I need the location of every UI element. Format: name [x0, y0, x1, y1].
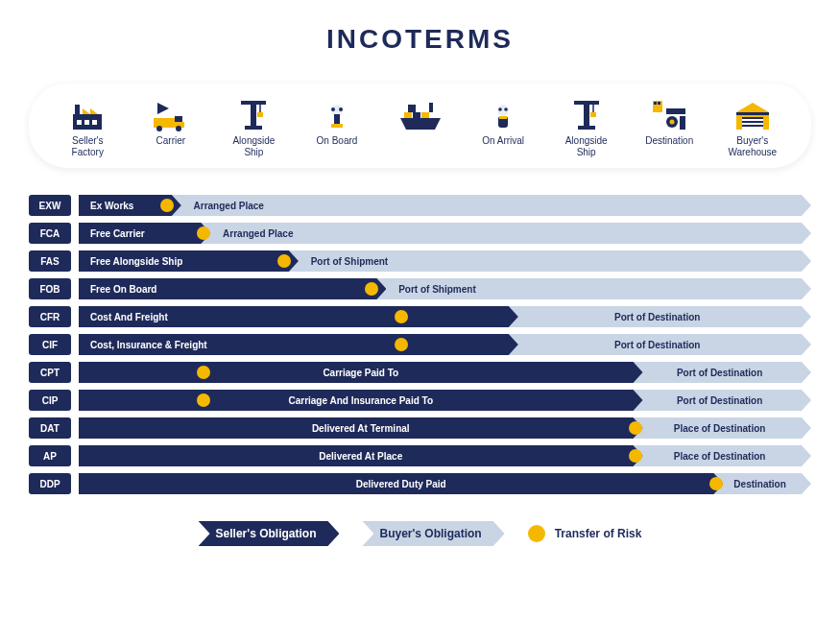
incoterm-row: FASPort of ShipmentFree Alongside Ship: [29, 250, 811, 272]
seller-bar: Delivered Duty Paid: [79, 473, 723, 494]
buyer-label: Place of Destination: [674, 423, 766, 434]
bar-track: Arranged PlaceFree Carrier: [79, 223, 811, 244]
carrier-icon: [130, 97, 213, 131]
svg-rect-26: [408, 105, 416, 112]
svg-point-22: [339, 107, 343, 111]
incoterm-row: DDPDestinationDelivered Duty Paid: [29, 473, 811, 494]
svg-rect-50: [742, 121, 763, 123]
buyer-label: Port of Destination: [614, 312, 700, 322]
incoterm-row: CIFPort of DestinationCost, Insurance & …: [29, 334, 811, 355]
incoterm-code: CIP: [29, 390, 71, 411]
incoterm-row: FCAArranged PlaceFree Carrier: [29, 223, 811, 244]
legend-buyer: Buyer's Obligation: [362, 521, 504, 546]
bar-track: Place of DestinationDelivered At Termina…: [79, 417, 811, 439]
svg-rect-35: [584, 105, 589, 126]
svg-point-11: [176, 126, 181, 131]
incoterm-row: EXWArranged PlaceEx Works: [29, 195, 811, 216]
incoterm-code: FAS: [29, 250, 71, 272]
seller-label: Cost, Insurance & Freight: [90, 340, 207, 350]
incoterm-row: CFRPort of DestinationCost And Freight: [29, 306, 811, 327]
seller-bar: Delivered At Terminal: [79, 417, 643, 439]
buyer-label: Arranged Place: [223, 228, 293, 239]
seller-bar: Delivered At Place: [79, 445, 643, 466]
svg-rect-33: [499, 116, 507, 119]
risk-dot-icon: [528, 525, 545, 542]
svg-marker-3: [90, 108, 98, 114]
seller-label: Free Carrier: [90, 228, 145, 239]
incoterm-code: DAT: [29, 417, 71, 439]
svg-rect-41: [658, 102, 660, 105]
seller-label: Free Alongside Ship: [90, 256, 182, 267]
seller-label: Carriage And Insurance Paid To: [288, 395, 433, 406]
crane-icon: [544, 97, 628, 131]
stage-label: Carrier: [130, 135, 213, 147]
svg-rect-6: [92, 120, 97, 125]
svg-rect-25: [421, 112, 429, 118]
buyer-bar: Port of Destination: [504, 334, 811, 355]
buyer-bar: Port of Destination: [504, 306, 811, 327]
incoterm-row: FOBPort of ShipmentFree On Board: [29, 278, 811, 299]
incoterm-rows: EXWArranged PlaceEx WorksFCAArranged Pla…: [29, 195, 811, 494]
risk-dot-icon: [395, 338, 408, 351]
svg-rect-13: [241, 101, 266, 105]
stage-label: Buyer'sWarehouse: [711, 135, 795, 158]
bar-track: Port of ShipmentFree Alongside Ship: [79, 250, 811, 272]
buyer-bar: Destination: [708, 473, 811, 494]
person-icon: [462, 97, 545, 131]
seller-label: Free On Board: [90, 284, 156, 295]
buyer-bar: Port of Destination: [628, 390, 811, 411]
svg-rect-38: [590, 112, 596, 117]
legend-seller: Seller's Obligation: [199, 521, 340, 546]
svg-rect-36: [578, 126, 595, 130]
buyer-label: Port of Destination: [677, 368, 762, 378]
seller-bar: Cost, Insurance & Freight: [79, 334, 518, 355]
incoterm-code: FCA: [29, 223, 71, 244]
bar-track: Port of ShipmentFree On Board: [79, 278, 811, 299]
incoterm-code: DDP: [29, 473, 71, 494]
bar-track: Port of DestinationCost And Freight: [79, 306, 811, 327]
svg-rect-49: [742, 117, 763, 119]
svg-rect-1: [75, 105, 80, 114]
risk-dot-icon: [629, 421, 642, 435]
buyer-bar: Port of Destination: [628, 362, 811, 383]
buyer-bar: Place of Destination: [628, 445, 811, 466]
stage-destination: Destination: [628, 97, 711, 147]
seller-label: Cost And Freight: [90, 312, 168, 322]
stage-label: AlongsideShip: [212, 135, 296, 158]
buyer-bar: Port of Shipment: [284, 250, 811, 272]
factory-icon: [46, 97, 130, 131]
seller-label: Carriage Paid To: [323, 368, 398, 378]
stage-person: On Arrival: [462, 97, 545, 147]
container-ship-icon: [378, 97, 462, 131]
svg-point-30: [498, 107, 502, 111]
risk-dot-icon: [395, 310, 408, 323]
risk-dot-icon: [197, 366, 210, 379]
seller-label: Delivered At Place: [319, 451, 402, 462]
buyer-label: Port of Shipment: [398, 284, 476, 295]
legend-risk: Transfer of Risk: [528, 525, 642, 542]
buyer-bar: Arranged Place: [196, 223, 811, 244]
buyer-label: Port of Destination: [614, 340, 700, 350]
legend: Seller's Obligation Buyer's Obligation T…: [29, 521, 811, 546]
buyer-bar: Port of Shipment: [372, 278, 811, 299]
seller-bar: Free Alongside Ship: [79, 250, 299, 272]
svg-rect-17: [257, 112, 263, 117]
svg-point-10: [156, 126, 162, 131]
svg-marker-2: [83, 108, 90, 114]
incoterm-code: CIF: [29, 334, 71, 355]
risk-dot-icon: [160, 199, 174, 212]
destination-icon: [628, 97, 711, 131]
stage-label: On Board: [296, 135, 379, 147]
svg-point-44: [670, 120, 675, 125]
svg-rect-24: [413, 112, 420, 118]
seller-bar: Carriage Paid To: [79, 362, 643, 383]
svg-rect-4: [77, 120, 82, 125]
seller-bar: Free Carrier: [79, 223, 210, 244]
warehouse-icon: [711, 97, 795, 131]
stage-factory: Seller'sFactory: [46, 97, 130, 158]
stage-label: Seller'sFactory: [46, 135, 130, 158]
incoterm-code: EXW: [29, 195, 71, 216]
svg-marker-7: [157, 103, 169, 114]
incoterm-row: APPlace of DestinationDelivered At Place: [29, 445, 811, 466]
risk-dot-icon: [709, 477, 723, 490]
